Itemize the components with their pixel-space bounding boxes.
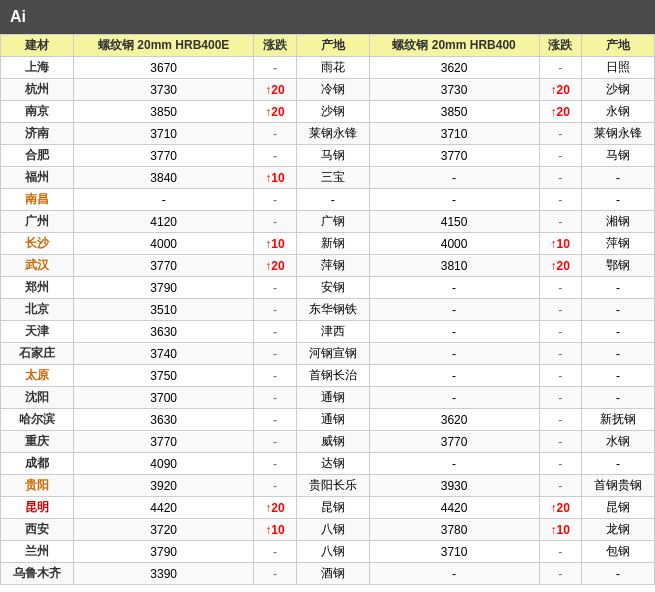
price2-cell: 4150 bbox=[369, 211, 539, 233]
table-row: 郑州3790-安钢--- bbox=[1, 277, 655, 299]
city-cell: 郑州 bbox=[1, 277, 74, 299]
origin2-cell: - bbox=[581, 365, 654, 387]
price2-cell: 3930 bbox=[369, 475, 539, 497]
price1-cell: 4420 bbox=[74, 497, 254, 519]
table-row: 成都4090-达钢--- bbox=[1, 453, 655, 475]
origin1-cell: 广钢 bbox=[296, 211, 369, 233]
price1-cell: 3770 bbox=[74, 431, 254, 453]
change2-cell: - bbox=[539, 563, 581, 585]
origin2-cell: 包钢 bbox=[581, 541, 654, 563]
change1-cell: - bbox=[254, 145, 296, 167]
city-cell: 合肥 bbox=[1, 145, 74, 167]
origin2-cell: 湘钢 bbox=[581, 211, 654, 233]
table-row: 广州4120-广钢4150-湘钢 bbox=[1, 211, 655, 233]
price1-cell: 4120 bbox=[74, 211, 254, 233]
origin1-cell: 昆钢 bbox=[296, 497, 369, 519]
change1-cell: - bbox=[254, 453, 296, 475]
origin1-cell: 通钢 bbox=[296, 387, 369, 409]
origin2-cell: - bbox=[581, 299, 654, 321]
table-row: 天津3630-津西--- bbox=[1, 321, 655, 343]
table-row: 南昌------ bbox=[1, 189, 655, 211]
table-row: 贵阳3920-贵阳长乐3930-首钢贵钢 bbox=[1, 475, 655, 497]
city-cell: 长沙 bbox=[1, 233, 74, 255]
price1-cell: 3710 bbox=[74, 123, 254, 145]
price2-cell: 3770 bbox=[369, 431, 539, 453]
city-cell: 西安 bbox=[1, 519, 74, 541]
table-row: 昆明4420↑20昆钢4420↑20昆钢 bbox=[1, 497, 655, 519]
change2-cell: - bbox=[539, 167, 581, 189]
origin1-cell: 东华钢铁 bbox=[296, 299, 369, 321]
col-header-origin2: 产地 bbox=[581, 35, 654, 57]
origin1-cell: 萍钢 bbox=[296, 255, 369, 277]
change2-cell: - bbox=[539, 387, 581, 409]
origin1-cell: 八钢 bbox=[296, 541, 369, 563]
change2-cell: - bbox=[539, 299, 581, 321]
table-row: 兰州3790-八钢3710-包钢 bbox=[1, 541, 655, 563]
origin1-cell: 达钢 bbox=[296, 453, 369, 475]
price1-cell: 3850 bbox=[74, 101, 254, 123]
city-cell: 乌鲁木齐 bbox=[1, 563, 74, 585]
price1-cell: 3770 bbox=[74, 145, 254, 167]
origin1-cell: 冷钢 bbox=[296, 79, 369, 101]
origin1-cell: - bbox=[296, 189, 369, 211]
price1-cell: 3920 bbox=[74, 475, 254, 497]
price2-cell: - bbox=[369, 277, 539, 299]
table-row: 沈阳3700-通钢--- bbox=[1, 387, 655, 409]
col-header-origin1: 产地 bbox=[296, 35, 369, 57]
change1-cell: - bbox=[254, 277, 296, 299]
change2-cell: ↑20 bbox=[539, 255, 581, 277]
price1-cell: 3630 bbox=[74, 409, 254, 431]
change1-cell: ↑10 bbox=[254, 167, 296, 189]
city-cell: 哈尔滨 bbox=[1, 409, 74, 431]
change1-cell: - bbox=[254, 189, 296, 211]
origin2-cell: - bbox=[581, 453, 654, 475]
price1-cell: 3720 bbox=[74, 519, 254, 541]
price2-cell: - bbox=[369, 189, 539, 211]
price2-cell: 3770 bbox=[369, 145, 539, 167]
city-cell: 济南 bbox=[1, 123, 74, 145]
change2-cell: - bbox=[539, 541, 581, 563]
price1-cell: 3790 bbox=[74, 277, 254, 299]
change1-cell: - bbox=[254, 343, 296, 365]
change2-cell: - bbox=[539, 57, 581, 79]
table-row: 福州3840↑10三宝--- bbox=[1, 167, 655, 189]
change2-cell: ↑10 bbox=[539, 233, 581, 255]
price1-cell: 3730 bbox=[74, 79, 254, 101]
table-row: 北京3510-东华钢铁--- bbox=[1, 299, 655, 321]
change2-cell: - bbox=[539, 475, 581, 497]
city-cell: 贵阳 bbox=[1, 475, 74, 497]
table-row: 太原3750-首钢长治--- bbox=[1, 365, 655, 387]
col-header-city: 建材 bbox=[1, 35, 74, 57]
city-cell: 上海 bbox=[1, 57, 74, 79]
price2-cell: 3810 bbox=[369, 255, 539, 277]
origin1-cell: 八钢 bbox=[296, 519, 369, 541]
price2-cell: - bbox=[369, 299, 539, 321]
price1-cell: 3670 bbox=[74, 57, 254, 79]
change2-cell: - bbox=[539, 189, 581, 211]
header-bar: Ai bbox=[0, 0, 655, 34]
change1-cell: ↑20 bbox=[254, 79, 296, 101]
city-cell: 太原 bbox=[1, 365, 74, 387]
change1-cell: - bbox=[254, 123, 296, 145]
city-cell: 兰州 bbox=[1, 541, 74, 563]
change2-cell: - bbox=[539, 145, 581, 167]
origin2-cell: 萍钢 bbox=[581, 233, 654, 255]
price-table: 建材 螺纹钢 20mm HRB400E 涨跌 产地 螺纹钢 20mm HRB40… bbox=[0, 34, 655, 585]
col-header-price1: 螺纹钢 20mm HRB400E bbox=[74, 35, 254, 57]
change1-cell: - bbox=[254, 387, 296, 409]
origin1-cell: 津西 bbox=[296, 321, 369, 343]
table-row: 南京3850↑20沙钢3850↑20永钢 bbox=[1, 101, 655, 123]
price1-cell: 4090 bbox=[74, 453, 254, 475]
price1-cell: 3840 bbox=[74, 167, 254, 189]
origin2-cell: 鄂钢 bbox=[581, 255, 654, 277]
price1-cell: 3630 bbox=[74, 321, 254, 343]
origin1-cell: 安钢 bbox=[296, 277, 369, 299]
price2-cell: - bbox=[369, 343, 539, 365]
change1-cell: - bbox=[254, 211, 296, 233]
city-cell: 重庆 bbox=[1, 431, 74, 453]
table-row: 杭州3730↑20冷钢3730↑20沙钢 bbox=[1, 79, 655, 101]
origin2-cell: 日照 bbox=[581, 57, 654, 79]
change2-cell: - bbox=[539, 123, 581, 145]
city-cell: 杭州 bbox=[1, 79, 74, 101]
price2-cell: - bbox=[369, 365, 539, 387]
